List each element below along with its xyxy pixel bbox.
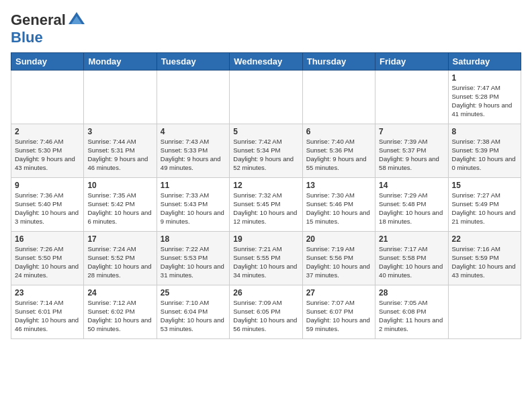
day-number: 19 [233, 234, 298, 244]
calendar-cell: 25Sunrise: 7:10 AM Sunset: 6:04 PM Dayli… [157, 285, 229, 339]
weekday-header-tuesday: Tuesday [157, 53, 229, 71]
day-number: 16 [15, 234, 80, 244]
day-number: 28 [379, 288, 444, 298]
day-number: 22 [452, 234, 517, 244]
day-number: 5 [233, 127, 298, 136]
day-number: 12 [233, 181, 298, 190]
day-number: 1 [452, 73, 517, 83]
day-info: Sunrise: 7:38 AM Sunset: 5:39 PM Dayligh… [452, 138, 517, 172]
calendar-cell: 26Sunrise: 7:09 AM Sunset: 6:05 PM Dayli… [230, 285, 302, 339]
day-info: Sunrise: 7:12 AM Sunset: 6:02 PM Dayligh… [87, 299, 152, 333]
calendar-cell: 14Sunrise: 7:29 AM Sunset: 5:48 PM Dayli… [375, 178, 448, 232]
day-info: Sunrise: 7:39 AM Sunset: 5:37 PM Dayligh… [379, 138, 444, 172]
day-info: Sunrise: 7:19 AM Sunset: 5:56 PM Dayligh… [306, 245, 371, 279]
calendar-cell: 11Sunrise: 7:33 AM Sunset: 5:43 PM Dayli… [157, 178, 229, 232]
day-number: 24 [87, 288, 152, 298]
week-row-4: 16Sunrise: 7:26 AM Sunset: 5:50 PM Dayli… [11, 232, 521, 285]
day-number: 6 [306, 127, 371, 136]
day-number: 14 [379, 181, 444, 190]
day-info: Sunrise: 7:46 AM Sunset: 5:30 PM Dayligh… [15, 138, 80, 172]
day-info: Sunrise: 7:32 AM Sunset: 5:45 PM Dayligh… [233, 191, 298, 226]
calendar-cell: 2Sunrise: 7:46 AM Sunset: 5:30 PM Daylig… [11, 124, 84, 178]
day-number: 25 [161, 288, 226, 298]
day-info: Sunrise: 7:07 AM Sunset: 6:07 PM Dayligh… [306, 299, 371, 333]
day-number: 23 [15, 288, 80, 298]
calendar-cell [448, 285, 521, 339]
day-info: Sunrise: 7:42 AM Sunset: 5:34 PM Dayligh… [233, 138, 298, 172]
calendar-cell [375, 71, 448, 124]
logo: General Blue [11, 11, 86, 46]
calendar-cell: 23Sunrise: 7:14 AM Sunset: 6:01 PM Dayli… [11, 285, 84, 339]
day-info: Sunrise: 7:05 AM Sunset: 6:08 PM Dayligh… [379, 299, 444, 333]
day-info: Sunrise: 7:29 AM Sunset: 5:48 PM Dayligh… [379, 191, 444, 226]
calendar-cell: 13Sunrise: 7:30 AM Sunset: 5:46 PM Dayli… [302, 178, 375, 232]
calendar-cell: 3Sunrise: 7:44 AM Sunset: 5:31 PM Daylig… [84, 124, 157, 178]
day-info: Sunrise: 7:47 AM Sunset: 5:28 PM Dayligh… [452, 84, 517, 118]
week-row-3: 9Sunrise: 7:36 AM Sunset: 5:40 PM Daylig… [11, 178, 521, 232]
day-number: 3 [87, 127, 152, 136]
calendar-cell: 19Sunrise: 7:21 AM Sunset: 5:55 PM Dayli… [230, 232, 302, 285]
calendar-cell [157, 71, 229, 124]
calendar-cell [11, 71, 84, 124]
header: General Blue [11, 11, 521, 46]
calendar-cell: 27Sunrise: 7:07 AM Sunset: 6:07 PM Dayli… [302, 285, 375, 339]
day-info: Sunrise: 7:30 AM Sunset: 5:46 PM Dayligh… [306, 191, 371, 226]
day-info: Sunrise: 7:35 AM Sunset: 5:42 PM Dayligh… [87, 191, 152, 226]
day-info: Sunrise: 7:22 AM Sunset: 5:53 PM Dayligh… [161, 245, 226, 279]
calendar-cell: 21Sunrise: 7:17 AM Sunset: 5:58 PM Dayli… [375, 232, 448, 285]
week-row-1: 1Sunrise: 7:47 AM Sunset: 5:28 PM Daylig… [11, 71, 521, 124]
day-number: 4 [161, 127, 226, 136]
day-info: Sunrise: 7:44 AM Sunset: 5:31 PM Dayligh… [87, 138, 152, 172]
day-number: 10 [87, 181, 152, 190]
calendar-cell: 15Sunrise: 7:27 AM Sunset: 5:49 PM Dayli… [448, 178, 521, 232]
day-info: Sunrise: 7:27 AM Sunset: 5:49 PM Dayligh… [452, 191, 517, 226]
calendar-cell: 6Sunrise: 7:40 AM Sunset: 5:36 PM Daylig… [302, 124, 375, 178]
calendar-cell [302, 71, 375, 124]
day-number: 11 [161, 181, 226, 190]
day-number: 20 [306, 234, 371, 244]
day-info: Sunrise: 7:43 AM Sunset: 5:33 PM Dayligh… [161, 138, 226, 172]
day-number: 13 [306, 181, 371, 190]
weekday-header-monday: Monday [84, 53, 157, 71]
day-info: Sunrise: 7:40 AM Sunset: 5:36 PM Dayligh… [306, 138, 371, 172]
day-number: 7 [379, 127, 444, 136]
week-row-5: 23Sunrise: 7:14 AM Sunset: 6:01 PM Dayli… [11, 285, 521, 339]
day-number: 26 [233, 288, 298, 298]
day-info: Sunrise: 7:26 AM Sunset: 5:50 PM Dayligh… [15, 245, 80, 279]
weekday-header-thursday: Thursday [302, 53, 375, 71]
day-info: Sunrise: 7:33 AM Sunset: 5:43 PM Dayligh… [161, 191, 226, 226]
day-number: 15 [452, 181, 517, 190]
calendar-cell: 24Sunrise: 7:12 AM Sunset: 6:02 PM Dayli… [84, 285, 157, 339]
day-number: 2 [15, 127, 80, 136]
calendar-cell: 12Sunrise: 7:32 AM Sunset: 5:45 PM Dayli… [230, 178, 302, 232]
calendar-cell: 17Sunrise: 7:24 AM Sunset: 5:52 PM Dayli… [84, 232, 157, 285]
calendar-cell: 8Sunrise: 7:38 AM Sunset: 5:39 PM Daylig… [448, 124, 521, 178]
logo-blue: Blue [11, 30, 86, 46]
calendar-cell: 28Sunrise: 7:05 AM Sunset: 6:08 PM Dayli… [375, 285, 448, 339]
day-info: Sunrise: 7:24 AM Sunset: 5:52 PM Dayligh… [87, 245, 152, 279]
day-number: 27 [306, 288, 371, 298]
day-info: Sunrise: 7:16 AM Sunset: 5:59 PM Dayligh… [452, 245, 517, 279]
weekday-header-wednesday: Wednesday [230, 53, 302, 71]
day-info: Sunrise: 7:10 AM Sunset: 6:04 PM Dayligh… [161, 299, 226, 333]
calendar-cell [84, 71, 157, 124]
calendar-cell: 1Sunrise: 7:47 AM Sunset: 5:28 PM Daylig… [448, 71, 521, 124]
calendar-cell: 5Sunrise: 7:42 AM Sunset: 5:34 PM Daylig… [230, 124, 302, 178]
day-info: Sunrise: 7:14 AM Sunset: 6:01 PM Dayligh… [15, 299, 80, 333]
weekday-header-row: SundayMondayTuesdayWednesdayThursdayFrid… [11, 53, 521, 71]
calendar-cell: 4Sunrise: 7:43 AM Sunset: 5:33 PM Daylig… [157, 124, 229, 178]
weekday-header-sunday: Sunday [11, 53, 84, 71]
day-number: 18 [161, 234, 226, 244]
page: General Blue SundayMondayTuesdayWednesda… [0, 0, 532, 411]
calendar-cell: 9Sunrise: 7:36 AM Sunset: 5:40 PM Daylig… [11, 178, 84, 232]
day-number: 9 [15, 181, 80, 190]
calendar-cell [230, 71, 302, 124]
logo-icon [67, 11, 86, 30]
day-info: Sunrise: 7:17 AM Sunset: 5:58 PM Dayligh… [379, 245, 444, 279]
calendar-table: SundayMondayTuesdayWednesdayThursdayFrid… [11, 52, 521, 339]
day-number: 21 [379, 234, 444, 244]
week-row-2: 2Sunrise: 7:46 AM Sunset: 5:30 PM Daylig… [11, 124, 521, 178]
calendar-cell: 20Sunrise: 7:19 AM Sunset: 5:56 PM Dayli… [302, 232, 375, 285]
day-info: Sunrise: 7:36 AM Sunset: 5:40 PM Dayligh… [15, 191, 80, 226]
day-info: Sunrise: 7:21 AM Sunset: 5:55 PM Dayligh… [233, 245, 298, 279]
